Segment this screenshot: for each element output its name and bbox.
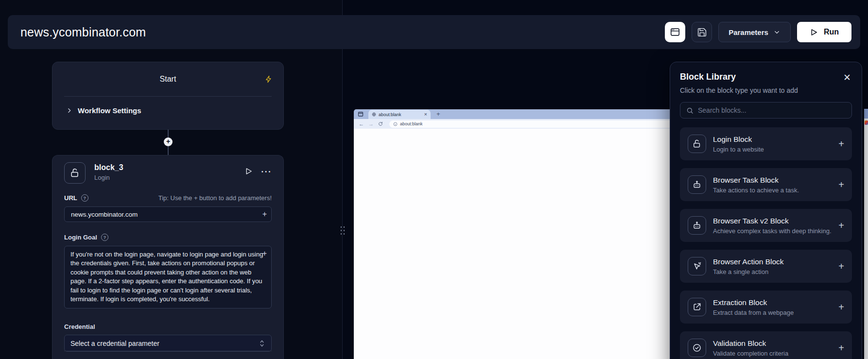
close-panel-button[interactable]: ✕ <box>843 72 851 83</box>
item-subtitle: Validate completion criteria <box>713 350 788 357</box>
add-block-button[interactable]: + <box>164 137 173 146</box>
parameter-tip: Tip: Use the + button to add parameters! <box>158 194 272 202</box>
play-icon <box>810 28 818 36</box>
url-input[interactable] <box>64 206 272 222</box>
browser-tab[interactable]: about:blank × <box>368 110 431 119</box>
forward-button[interactable]: → <box>368 121 374 127</box>
item-icon-box <box>688 135 706 153</box>
item-icon-box <box>688 339 706 357</box>
refresh-button[interactable] <box>378 121 383 126</box>
lightning-icon <box>265 75 273 83</box>
workflow-settings-toggle[interactable]: Workflow Settings <box>66 106 283 115</box>
back-button[interactable]: ← <box>359 121 364 127</box>
add-url-parameter-button[interactable]: + <box>262 210 267 218</box>
block-name: block_3 <box>94 163 123 172</box>
block-library-list: Login Block Login to a website + Browser… <box>670 127 862 359</box>
library-item-extraction-block[interactable]: Extraction Block Extract data from a web… <box>680 291 852 324</box>
start-card-divider <box>64 96 272 97</box>
credential-label: Credential <box>64 323 95 330</box>
library-item-validation-block[interactable]: Validation Block Validate completion cri… <box>680 331 852 359</box>
block-library-panel: Block Library ✕ Click on the block type … <box>670 62 862 359</box>
add-browser-task-v2-block-button[interactable]: + <box>838 220 844 231</box>
login-block-header: block_3 Login ⋯ <box>64 162 272 184</box>
start-block-title: Start <box>160 75 176 84</box>
item-text: Extraction Block Extract data from a web… <box>713 298 794 316</box>
credential-select-value: Select a credential parameter <box>70 340 159 347</box>
search-blocks-input[interactable] <box>698 106 846 114</box>
add-extraction-block-button[interactable]: + <box>838 302 844 313</box>
item-text: Login Block Login to a website <box>713 135 764 153</box>
library-item-browser-task-v2-block[interactable]: Browser Task v2 Block Achieve complex ta… <box>680 209 852 242</box>
workflow-settings-label: Workflow Settings <box>78 106 141 115</box>
workflow-editor: news.ycombinator.com Parameters <box>0 0 868 359</box>
goal-input-wrap: If you're not on the login page, navigat… <box>64 246 272 310</box>
login-card-divider <box>64 351 272 351</box>
close-icon: ✕ <box>843 72 851 83</box>
login-goal-textarea[interactable]: If you're not on the login page, navigat… <box>64 246 272 308</box>
credential-select[interactable]: Select a credential parameter <box>64 335 272 352</box>
chevron-down-icon <box>773 29 781 36</box>
item-subtitle: Extract data from a webpage <box>713 309 794 316</box>
new-tab-button[interactable]: + <box>436 110 440 118</box>
parameters-button[interactable]: Parameters <box>718 22 791 42</box>
header-actions: Parameters Run <box>665 22 851 42</box>
address-text: about:blank <box>400 121 423 126</box>
block-library-header: Block Library ✕ <box>670 72 862 82</box>
item-icon-box <box>688 216 706 235</box>
browser-preview-button[interactable] <box>665 22 685 42</box>
item-subtitle: Take actions to achieve a task. <box>713 187 799 194</box>
library-item-browser-action-block[interactable]: Browser Action Block Take a single actio… <box>680 250 852 283</box>
item-title: Login Block <box>713 135 764 144</box>
search-icon <box>686 107 694 114</box>
url-field-row: URL ? Tip: Use the + button to add param… <box>64 194 272 202</box>
goal-field-row: Login Goal ? <box>64 234 272 241</box>
item-title: Browser Task v2 Block <box>713 217 832 225</box>
lock-open-icon <box>69 168 80 178</box>
cursor-click-icon <box>692 261 702 271</box>
item-title: Browser Action Block <box>713 257 784 266</box>
run-button-label: Run <box>824 28 839 36</box>
robot-icon <box>692 180 702 189</box>
add-browser-action-block-button[interactable]: + <box>838 261 844 272</box>
item-subtitle: Achieve complex tasks with deep thinking… <box>713 227 832 235</box>
item-subtitle: Login to a website <box>713 146 764 153</box>
add-browser-task-block-button[interactable]: + <box>838 179 844 190</box>
block-menu-button[interactable]: ⋯ <box>260 169 272 174</box>
save-button[interactable] <box>692 22 712 42</box>
login-block-card[interactable]: block_3 Login ⋯ URL ? Tip: Us <box>52 155 284 359</box>
add-validation-block-button[interactable]: + <box>838 342 844 354</box>
library-item-login-block[interactable]: Login Block Login to a website + <box>680 127 852 160</box>
url-help-icon[interactable]: ? <box>81 194 88 202</box>
login-goal-label: Login Goal <box>64 234 97 241</box>
extract-icon <box>692 302 702 312</box>
check-circle-icon <box>692 343 702 353</box>
goal-label-group: Login Goal ? <box>64 234 108 241</box>
item-text: Validation Block Validate completion cri… <box>713 339 788 357</box>
edge-browser-tab-strip <box>864 109 868 119</box>
run-button[interactable]: Run <box>797 22 851 42</box>
start-block-header: Start <box>52 62 283 96</box>
edge-browser-logo-icon <box>865 120 868 125</box>
tab-title: about:blank <box>379 112 422 117</box>
library-item-browser-task-block[interactable]: Browser Task Block Take actions to achie… <box>680 168 852 201</box>
block-type-label: Login <box>94 174 123 181</box>
top-header: news.ycombinator.com Parameters <box>8 15 860 49</box>
item-text: Browser Task Block Take actions to achie… <box>713 176 799 194</box>
goal-help-icon[interactable]: ? <box>101 234 108 241</box>
add-goal-parameter-button[interactable]: + <box>262 250 267 257</box>
item-icon-box <box>688 257 706 275</box>
lock-open-icon <box>692 139 702 149</box>
edge-browser-sliver <box>864 109 868 359</box>
pane-divider <box>342 0 343 359</box>
page-info-icon <box>393 122 398 126</box>
select-chevrons-icon <box>259 340 265 347</box>
item-text: Browser Action Block Take a single actio… <box>713 257 784 275</box>
block-actions: ⋯ <box>244 162 272 175</box>
item-title: Browser Task Block <box>713 176 799 185</box>
add-login-block-button[interactable]: + <box>838 138 844 150</box>
pane-resize-handle[interactable] <box>339 224 345 236</box>
browser-window-icon <box>670 27 680 37</box>
tab-close-button[interactable]: × <box>424 112 427 117</box>
start-block-card[interactable]: Start Workflow Settings <box>52 62 284 130</box>
run-block-button[interactable] <box>244 167 253 175</box>
